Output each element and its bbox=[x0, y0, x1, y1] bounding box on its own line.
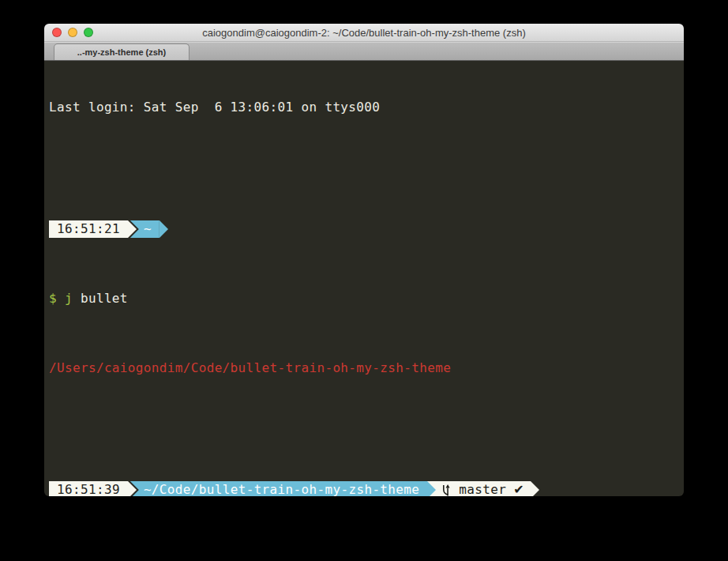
command-line: $ j bullet bbox=[49, 290, 684, 307]
powerline-arrow-icon bbox=[531, 481, 539, 496]
last-login-line: Last login: Sat Sep 6 13:06:01 on ttys00… bbox=[49, 99, 684, 116]
terminal-tab[interactable]: ..-my-zsh-theme (zsh) bbox=[54, 43, 190, 60]
powerline-arrow-icon bbox=[159, 220, 168, 238]
prompt-time-segment: 16:51:39 bbox=[49, 481, 128, 496]
tab-bar: ..-my-zsh-theme (zsh) bbox=[44, 42, 684, 61]
command-text: j bbox=[65, 291, 73, 306]
jump-output-line: /Users/caiogondim/Code/bullet-train-oh-m… bbox=[49, 360, 684, 377]
terminal-content[interactable]: Last login: Sat Sep 6 13:06:01 on ttys00… bbox=[44, 61, 684, 496]
git-branch-name: master bbox=[459, 481, 506, 496]
command-args: bullet bbox=[73, 291, 128, 306]
powerline-arrow-icon bbox=[427, 481, 436, 496]
prompt-git-segment: master✔ bbox=[436, 481, 531, 496]
prompt-dir-segment: ~/Code/bullet-train-oh-my-zsh-theme bbox=[130, 481, 427, 496]
prompt-char: $ bbox=[49, 291, 57, 306]
window-title: caiogondim@caiogondim-2: ~/Code/bullet-t… bbox=[44, 27, 684, 39]
window-titlebar[interactable]: caiogondim@caiogondim-2: ~/Code/bullet-t… bbox=[44, 24, 684, 42]
git-branch-icon bbox=[441, 484, 453, 497]
prompt-line: 16:51:39~/Code/bullet-train-oh-my-zsh-th… bbox=[49, 481, 684, 496]
prompt-time-segment: 16:51:21 bbox=[49, 220, 128, 238]
git-clean-check-icon: ✔ bbox=[513, 481, 524, 496]
prompt-line: 16:51:21~ bbox=[49, 220, 684, 238]
terminal-window: caiogondim@caiogondim-2: ~/Code/bullet-t… bbox=[44, 24, 684, 496]
tab-label: ..-my-zsh-theme (zsh) bbox=[77, 47, 166, 57]
